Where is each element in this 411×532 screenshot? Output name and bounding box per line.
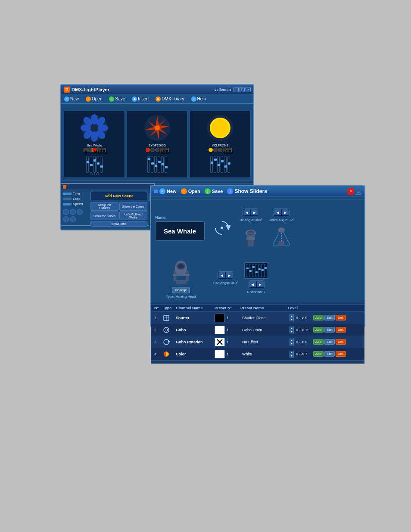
fc-4[interactable]: ↺ (97, 148, 101, 152)
row-1-del-btn[interactable]: Del. (336, 315, 346, 320)
row-4-del-btn[interactable]: Del. (336, 351, 346, 357)
help-btn[interactable]: ? Help (190, 96, 208, 102)
row-1-level-up[interactable]: ▲ (290, 314, 294, 318)
row-4-level-down[interactable]: ▼ (290, 354, 294, 358)
setup-fixtures-btn[interactable]: Setup the Fixtures (90, 202, 118, 211)
name-label: Name: (155, 215, 167, 220)
scene-nav-2[interactable] (70, 209, 76, 215)
row-4-edit-btn[interactable]: Edit (324, 351, 335, 357)
volf-fc-1[interactable] (209, 148, 213, 152)
row-1-level-down[interactable]: ▼ (290, 318, 294, 321)
open-btn-main[interactable]: ○ Open (84, 96, 103, 102)
ss-save-btn[interactable]: ↓ Save (205, 188, 223, 194)
sydp-fc-4[interactable]: ↺ (160, 148, 164, 152)
volf-slider-2[interactable] (214, 156, 216, 173)
row-3-edit-btn[interactable]: Edit (324, 339, 335, 345)
row-2-edit-btn[interactable]: Edit (324, 327, 335, 333)
scene-nav-5[interactable] (70, 216, 76, 222)
slider-track-4[interactable] (97, 156, 99, 173)
ss-new-btn[interactable]: + New (159, 188, 177, 194)
sydp-slider-6[interactable] (165, 156, 167, 173)
save-btn-main[interactable]: ↓ Save (108, 96, 126, 102)
slider-track-5[interactable] (100, 156, 103, 173)
svg-rect-23 (254, 241, 257, 243)
sydp-fc-2[interactable] (150, 148, 155, 152)
ss-close-btn[interactable]: × (347, 188, 354, 195)
row-4-level-up[interactable]: ▲ (290, 351, 294, 354)
row-3-level-down[interactable]: ▼ (290, 342, 294, 345)
sydp-fc-5[interactable]: ↻ (165, 148, 169, 152)
change-fixture-btn[interactable]: Change (172, 287, 190, 293)
beam-increase-btn[interactable]: ► (282, 209, 289, 215)
fc-5[interactable]: ↻ (102, 148, 106, 152)
row-4-level: 0 --> 7 (296, 352, 313, 356)
volf-slider-5[interactable] (224, 156, 227, 173)
fc-1[interactable]: ✦ (83, 148, 87, 152)
close-btn-main[interactable]: × (246, 87, 251, 92)
row-1-edit-btn[interactable]: Edit (324, 315, 335, 320)
row-3-add-btn[interactable]: Add (313, 339, 324, 345)
sydp-fc-1[interactable] (146, 148, 150, 152)
volf-slider-6[interactable] (227, 156, 230, 173)
pan-label: Pan Angle: 360° (213, 281, 238, 285)
pan-increase-btn[interactable]: ► (226, 272, 233, 278)
minimize-btn[interactable]: _ (234, 87, 239, 92)
sydp-slider-4[interactable] (158, 156, 160, 173)
tilt-increase-btn[interactable]: ► (251, 209, 258, 215)
volf-fc-4[interactable]: ↺ (223, 148, 227, 152)
row-2-level: 0 --> 15 (296, 328, 313, 332)
volf-fc-3[interactable] (218, 148, 222, 152)
sydp-slider-5[interactable] (161, 156, 164, 173)
scene-nav-4[interactable] (63, 216, 69, 222)
volf-fc-2[interactable] (213, 148, 218, 152)
row-2-add-btn[interactable]: Add (313, 327, 324, 333)
row-2-level-down[interactable]: ▼ (290, 330, 294, 333)
row-2-level-stepper[interactable]: ▲ ▼ (290, 327, 294, 333)
scene-indicator (63, 185, 66, 189)
show-colors-btn[interactable]: Show the Colors (119, 202, 147, 211)
volf-slider-3[interactable] (217, 156, 220, 173)
row-2-level-up[interactable]: ▲ (290, 327, 294, 330)
row-3-level-stepper[interactable]: ▲ ▼ (290, 339, 294, 345)
slider-track-1[interactable] (86, 156, 89, 173)
row-1-add-btn[interactable]: Add (313, 315, 324, 320)
pan-area: ◄ ► Pan Angle: 360° (213, 271, 238, 285)
ss-open-btn[interactable]: ○ Open (181, 188, 200, 194)
row-3-level-up[interactable]: ▲ (290, 339, 294, 342)
fc-3[interactable]: ✕ (92, 148, 97, 152)
pan-decrease-btn[interactable]: ◄ (218, 272, 225, 278)
scene-nav-3[interactable] (77, 209, 83, 215)
svg-point-33 (178, 264, 184, 268)
channels-increase-btn[interactable]: ► (257, 281, 264, 287)
maximize-btn[interactable]: □ (240, 87, 245, 92)
volf-slider-1[interactable] (210, 156, 213, 173)
row-3-del-btn[interactable]: Del. (336, 339, 346, 345)
slider-track-2[interactable] (90, 156, 92, 173)
row-2-del-btn[interactable]: Del. (336, 327, 346, 333)
new-btn-main[interactable]: + New (63, 96, 80, 102)
row-1-level-stepper[interactable]: ▲ ▼ (290, 314, 294, 321)
row-4-level-stepper[interactable]: ▲ ▼ (290, 351, 294, 358)
slider-track-3[interactable] (93, 156, 96, 173)
row-2-preset-preview (215, 326, 225, 334)
volf-slider-4[interactable] (221, 156, 223, 173)
volf-fc-5[interactable]: ↻ (227, 148, 232, 152)
sydp-slider-1[interactable] (147, 156, 150, 173)
scene-timing: Time Loop Speed (63, 192, 89, 227)
row-4-add-btn[interactable]: Add (313, 351, 324, 357)
channels-decrease-btn[interactable]: ◄ (249, 281, 256, 287)
ss-minimize-btn[interactable]: _ (356, 188, 361, 195)
roll-shake-btn[interactable]: Let's Roll and Shake (119, 212, 147, 220)
sydp-slider-3[interactable] (154, 156, 157, 173)
show-time-btn[interactable]: Show Time (90, 221, 147, 227)
insert-btn[interactable]: ◆ Insert (131, 96, 150, 102)
fc-2[interactable] (87, 148, 92, 152)
scene-nav-1[interactable] (63, 209, 69, 215)
fixture-name-area: Name: Sea Whale (155, 215, 205, 241)
tilt-decrease-btn[interactable]: ◄ (243, 209, 250, 215)
dmx-library-btn[interactable]: ◉ DMX library (154, 96, 185, 102)
beam-decrease-btn[interactable]: ◄ (274, 209, 281, 215)
sydp-slider-2[interactable] (151, 156, 153, 173)
sydp-fc-3[interactable] (155, 148, 159, 152)
show-gobos-btn[interactable]: Show the Gobos (90, 212, 118, 220)
